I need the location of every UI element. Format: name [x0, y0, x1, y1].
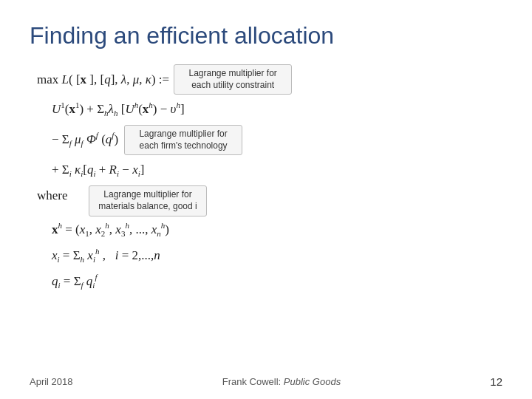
where-line: where Lagrange multiplier for materials …	[37, 185, 502, 216]
footer-page: 12	[490, 375, 502, 388]
where-label: where	[37, 185, 81, 205]
line3: + Σi κi[qi + Ri − xi]	[37, 160, 502, 181]
lagrange-firm-tooltip: Lagrange multiplier for each firm's tech…	[124, 125, 242, 155]
footer-date: April 2018	[30, 376, 73, 387]
max-label: max L( [x ], [q], λ, μ, κ) :=	[37, 69, 169, 89]
footer-publication: Public Goods	[284, 376, 341, 387]
line1: U1(x1) + Σhλh [Uh(xh) − υh]	[37, 99, 502, 120]
slide: Finding an efficient allocation max L( […	[0, 0, 532, 399]
slide-title: Finding an efficient allocation	[30, 22, 502, 50]
footer: April 2018 Frank Cowell: Public Goods 12	[30, 375, 502, 388]
math-content: max L( [x ], [q], λ, μ, κ) := Lagrange m…	[30, 64, 502, 292]
footer-author: Frank Cowell: Public Goods	[222, 376, 341, 387]
def1: xh = (x1, x2h, x3h, ..., xnh)	[37, 219, 502, 241]
lagrange-utility-tooltip: Lagrange multiplier for each utility con…	[174, 64, 292, 95]
def3: qi = Σf qif	[37, 271, 502, 293]
def2: xi = Σh xih , i = 2,...,n	[37, 245, 502, 267]
lagrange-materials-tooltip: Lagrange multiplier for materials balanc…	[89, 185, 207, 216]
line2: − Σf μf Φf (qf) Lagrange multiplier for …	[37, 125, 502, 155]
line2-math: − Σf μf Φf (qf)	[52, 129, 118, 151]
max-line: max L( [x ], [q], λ, μ, κ) := Lagrange m…	[37, 64, 502, 95]
